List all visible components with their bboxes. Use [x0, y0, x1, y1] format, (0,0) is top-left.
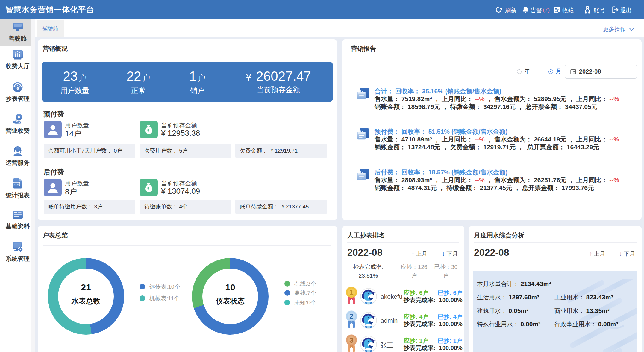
- svg-text:¥: ¥: [18, 115, 20, 120]
- svg-text:3: 3: [349, 336, 353, 344]
- svg-text:XLS: XLS: [14, 183, 19, 186]
- svg-text:2: 2: [349, 312, 353, 320]
- svg-text:1: 1: [349, 288, 353, 296]
